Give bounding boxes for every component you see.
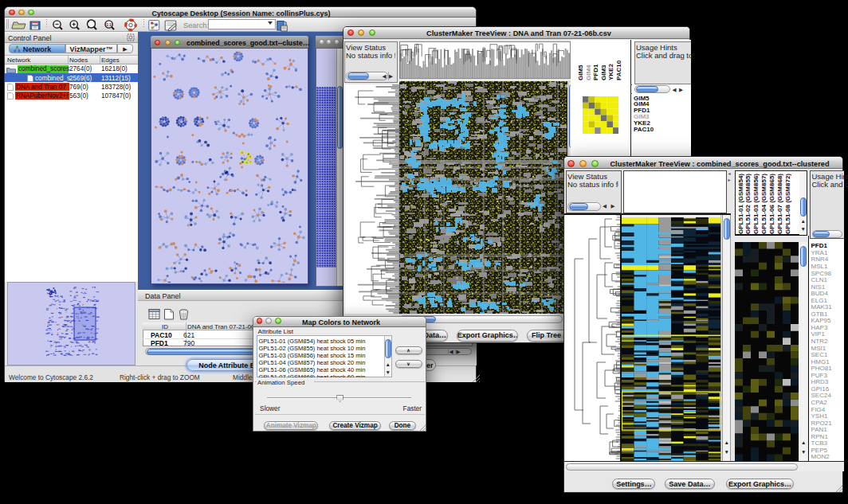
svg-text:1:1: 1:1 [106, 23, 112, 27]
